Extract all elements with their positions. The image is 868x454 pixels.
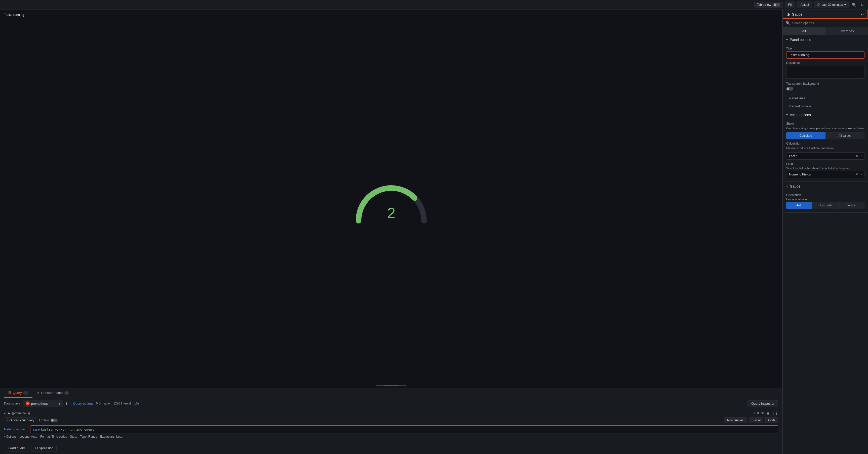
query-inspector-button[interactable]: Query inspector bbox=[747, 400, 778, 407]
explain-label: Explain bbox=[39, 419, 49, 422]
query-input-box[interactable]: sum(kestra_worker_running_count) bbox=[30, 425, 778, 433]
add-query-button[interactable]: + Add query bbox=[4, 445, 28, 452]
all-values-button[interactable]: All values bbox=[826, 132, 865, 139]
title-input[interactable] bbox=[786, 51, 865, 59]
query-meta: MD = auto = 1296 Interval = 15s bbox=[96, 402, 139, 405]
show-button-group: Calculate All values bbox=[786, 132, 865, 139]
options-toggle[interactable]: › Options bbox=[4, 435, 17, 439]
options-label: Options bbox=[6, 435, 17, 439]
format-label: Format: Time series bbox=[40, 435, 67, 439]
query-controls: Kick start your query Explain Run querie… bbox=[4, 417, 778, 423]
query-letter-label: A bbox=[8, 412, 10, 415]
explain-switch[interactable] bbox=[51, 419, 58, 422]
options-chevron: › bbox=[4, 435, 5, 439]
title-field-label: Title bbox=[786, 47, 865, 50]
gauge-section-content: Orientation Layout orientation Auto Hori… bbox=[783, 193, 868, 213]
zoom-out-button[interactable]: 🔍 bbox=[850, 1, 858, 8]
visualization-area: Tasks running 2 bbox=[0, 10, 782, 388]
explain-toggle: Explain bbox=[39, 419, 57, 422]
transform-count-badge: 0 bbox=[64, 391, 69, 395]
tab-all[interactable]: All bbox=[783, 27, 826, 35]
time-range-label: Last 30 minutes bbox=[822, 3, 843, 6]
refresh-button[interactable]: ↻ bbox=[860, 1, 865, 8]
table-view-switch[interactable] bbox=[773, 3, 780, 6]
datasource-info-icon[interactable]: ℹ bbox=[66, 401, 67, 406]
gauge-section: ▾ Gauge Orientation Layout orientation A… bbox=[783, 182, 868, 213]
description-input[interactable] bbox=[786, 66, 865, 79]
chevron-down-icon: ▾ bbox=[844, 3, 846, 6]
transparent-bg-toggle-row bbox=[786, 87, 865, 91]
panel-title: Tasks running bbox=[4, 13, 24, 17]
table-view-toggle-group[interactable]: Table view bbox=[754, 2, 783, 8]
panel-links-item[interactable]: › Panel links bbox=[783, 94, 868, 102]
search-input[interactable] bbox=[792, 21, 865, 25]
search-icon: 🔍 bbox=[786, 21, 790, 25]
query-count-badge: 1 bbox=[23, 391, 28, 395]
calculation-field-label: Calculation bbox=[786, 142, 865, 145]
gauge-panel-icon: ◑ bbox=[787, 12, 790, 17]
options-tabs: All Overrides bbox=[783, 27, 868, 35]
query-drag-icon[interactable]: ⋮⋮ bbox=[772, 411, 778, 415]
gauge-scroll-thumb bbox=[384, 385, 399, 386]
calculation-description: Choose a reducer function / calculation bbox=[786, 146, 865, 150]
query-letter-group: ▾ A (prometheus) bbox=[4, 412, 30, 415]
transparent-bg-toggle[interactable] bbox=[786, 87, 793, 91]
transform-tab-label: Transform data bbox=[41, 391, 63, 395]
right-panel: ◑ Gauge ▾ › 🔍 All Overrides ▾ Panel opti… bbox=[782, 10, 868, 454]
kick-start-button[interactable]: Kick start your query bbox=[4, 417, 37, 423]
query-options-link[interactable]: Query options bbox=[73, 402, 93, 406]
query-duplicate-icon[interactable]: ⧉ bbox=[757, 411, 759, 415]
panel-type-name: Gauge bbox=[792, 12, 859, 17]
datasource-select[interactable]: P prometheus ▾ bbox=[23, 400, 63, 407]
time-range-picker[interactable]: ⏱ Last 30 minutes ▾ bbox=[814, 1, 849, 8]
tab-overrides[interactable]: Overrides bbox=[826, 27, 868, 35]
query-section: 🗄 Query 1 ⇄ Transform data 0 Data source… bbox=[0, 388, 782, 454]
panel-options-label: Panel options bbox=[790, 38, 811, 42]
repeat-options-item[interactable]: › Repeat options bbox=[783, 102, 868, 110]
value-options-header[interactable]: ▾ Value options bbox=[783, 110, 868, 120]
run-queries-button[interactable]: Run queries bbox=[724, 417, 747, 423]
calculation-select[interactable]: Last * bbox=[786, 152, 865, 160]
builder-button[interactable]: Builder bbox=[749, 417, 763, 423]
metrics-browser-link[interactable]: Metrics browser bbox=[4, 428, 25, 431]
panel-options-chevron: ▾ bbox=[786, 38, 788, 41]
code-button[interactable]: Code bbox=[765, 417, 778, 423]
repeat-options-chevron: › bbox=[786, 104, 787, 108]
orientation-description: Layout orientation bbox=[786, 198, 865, 201]
query-row-header: ▾ A (prometheus) ℹ ⧉ 👁 🗑 ⋮⋮ bbox=[4, 411, 778, 415]
calculate-button[interactable]: Calculate bbox=[786, 132, 826, 139]
fields-field-label: Fields bbox=[786, 162, 865, 166]
vertical-orientation-button[interactable]: Vertical bbox=[838, 202, 865, 209]
query-tabs: 🗄 Query 1 ⇄ Transform data 0 bbox=[0, 388, 782, 398]
orientation-button-group: Auto Horizontal Vertical bbox=[786, 202, 865, 209]
type-label: Type: Range bbox=[80, 435, 97, 439]
description-field-label: Description bbox=[786, 61, 865, 65]
gauge-scrollbar bbox=[376, 385, 406, 386]
fill-button[interactable]: Fill bbox=[785, 1, 795, 8]
gauge-section-header[interactable]: ▾ Gauge bbox=[783, 182, 868, 191]
add-expression-button[interactable]: + Expression bbox=[31, 445, 57, 452]
value-options-section: ▾ Value options Show Calculate a single … bbox=[783, 110, 868, 182]
tab-transform[interactable]: ⇄ Transform data 0 bbox=[32, 388, 73, 398]
query-func: sum bbox=[33, 428, 39, 431]
orientation-field-label: Orientation bbox=[786, 193, 865, 197]
transparent-bg-label: Transparent background bbox=[786, 82, 865, 86]
fields-select[interactable]: Numeric Fields bbox=[786, 171, 865, 178]
auto-orientation-button[interactable]: Auto bbox=[786, 202, 812, 209]
tab-query[interactable]: 🗄 Query 1 bbox=[4, 388, 32, 398]
fields-description: Select the fields that should be include… bbox=[786, 167, 865, 170]
query-info-icon[interactable]: ℹ bbox=[753, 411, 755, 415]
clock-icon: ⏱ bbox=[817, 3, 820, 6]
panel-options-header[interactable]: ▾ Panel options bbox=[783, 35, 868, 44]
horizontal-orientation-button[interactable]: Horizontal bbox=[812, 202, 838, 209]
query-editor-row: ▾ A (prometheus) ℹ ⧉ 👁 🗑 ⋮⋮ Kick start y… bbox=[0, 409, 782, 442]
svg-text:2: 2 bbox=[387, 205, 395, 222]
query-paren-open: ( bbox=[39, 428, 41, 431]
query-visibility-icon[interactable]: 👁 bbox=[761, 411, 764, 415]
query-delete-icon[interactable]: 🗑 bbox=[766, 411, 770, 415]
actual-button[interactable]: Actual bbox=[797, 1, 812, 8]
query-collapse-chevron[interactable]: ▾ bbox=[4, 412, 6, 415]
panel-type-header[interactable]: ◑ Gauge ▾ › bbox=[783, 10, 868, 19]
query-paren-close: ) bbox=[94, 428, 96, 431]
panel-options-content: Title Description Transparent background bbox=[783, 47, 868, 94]
